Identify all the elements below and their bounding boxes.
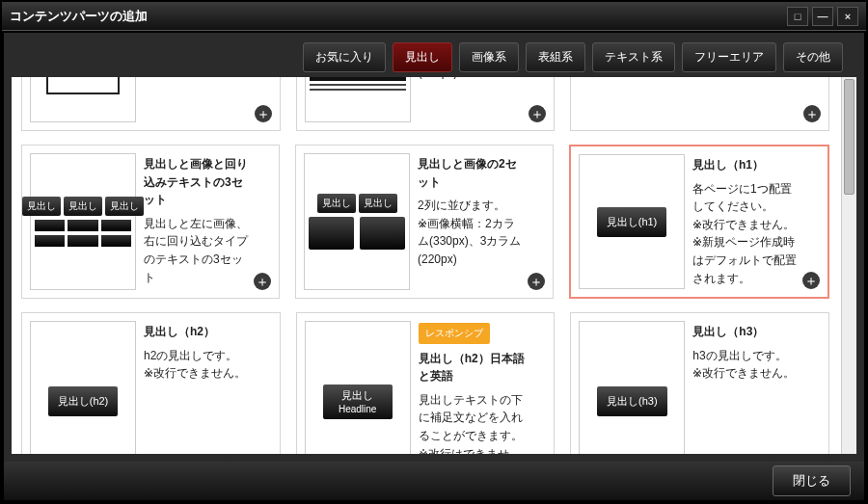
- part-card[interactable]: 見出し(h3) 見出し（h3） h3の見出しです。 ※改行できません。 ＋: [570, 312, 829, 454]
- card-thumbnail: 見出し(h1): [579, 154, 685, 289]
- card-body: 2列に並びます。 ※画像横幅：2カラム(330px)、3カラム(220px): [418, 197, 524, 268]
- card-body: h3の見出しです。 ※改行できません。: [692, 347, 800, 383]
- part-card[interactable]: 見出し(h2) 見出し（h2） h2の見出しです。 ※改行できません。 ＋: [21, 312, 281, 454]
- minimize-button[interactable]: —: [812, 7, 833, 26]
- part-card[interactable]: 見出し Headline レスポンシブ 見出し（h2）日本語と英語 見出しテキス…: [296, 312, 556, 454]
- card-title: 見出し（h2）日本語と英語: [419, 350, 526, 385]
- card-thumbnail: 見出し 見出し: [304, 153, 410, 290]
- card-thumbnail: [305, 77, 411, 122]
- dialog-body: お気に入り 見出し 画像系 表組系 テキスト系 フリーエリア その他 応していま…: [4, 33, 864, 462]
- card-thumbnail: [579, 77, 685, 122]
- window-title: コンテンツパーツの追加: [10, 8, 148, 25]
- responsive-badge: レスポンシブ: [419, 323, 490, 344]
- heading-preview: 見出し(h1): [597, 207, 667, 237]
- dialog-frame: コンテンツパーツの追加 □ — × お気に入り 見出し 画像系 表組系 テキスト…: [0, 0, 868, 504]
- part-card-selected[interactable]: 見出し(h1) 見出し（h1） 各ページに1つ配置してください。 ※改行できませ…: [569, 145, 829, 299]
- add-icon[interactable]: ＋: [803, 105, 821, 122]
- card-title: 見出し（h2）: [144, 323, 251, 341]
- heading-preview: 見出し(h2): [48, 386, 119, 416]
- tab-tables[interactable]: 表組系: [526, 42, 585, 72]
- tab-headings[interactable]: 見出し: [393, 42, 452, 72]
- card-body: 見出しテキストの下に補足文などを入れることができます。 ※改行はできません。: [419, 391, 526, 454]
- card-body: h2の見出しです。 ※改行できません。: [144, 347, 251, 383]
- close-window-button[interactable]: ×: [837, 7, 858, 26]
- card-title: 見出しと画像と回り込みテキストの3セット: [144, 155, 250, 209]
- card-body: 見出しと左に画像、右に回り込むタイプのテキストの3セット: [144, 215, 250, 286]
- add-icon[interactable]: ＋: [802, 272, 820, 289]
- category-tabs: お気に入り 見出し 画像系 表組系 テキスト系 フリーエリア その他: [303, 42, 843, 72]
- card-title: 見出し（h1）: [692, 156, 799, 174]
- parts-scrollpane: 応しています。 ＋ ※画像横幅：2カラム(330px)、3カラム(220px) …: [12, 77, 856, 454]
- tab-text[interactable]: テキスト系: [592, 42, 675, 72]
- part-card[interactable]: 見出し 見出し 見出し 見出しと画像と回り込みテキストの3セット 見出しと左に画…: [21, 145, 280, 299]
- dialog-footer: 閉じる: [4, 462, 864, 500]
- part-card[interactable]: ※画像横幅：2カラム(330px)、3カラム(220px) ＋: [296, 77, 556, 131]
- add-icon[interactable]: ＋: [254, 273, 271, 290]
- card-title: 見出しと画像の2セット: [418, 155, 524, 191]
- add-icon[interactable]: ＋: [529, 105, 546, 122]
- add-icon[interactable]: ＋: [528, 273, 545, 290]
- tab-other[interactable]: その他: [783, 42, 843, 72]
- scrollbar-thumb[interactable]: [844, 79, 854, 195]
- parts-row: 見出し 見出し 見出し 見出しと画像と回り込みテキストの3セット 見出しと左に画…: [21, 145, 829, 299]
- heading-preview: 見出し(h3): [597, 386, 667, 416]
- add-icon[interactable]: ＋: [255, 105, 272, 122]
- tab-favorites[interactable]: お気に入り: [303, 42, 386, 72]
- part-card[interactable]: 込むタイプのテキストの2セット ＋: [570, 77, 829, 131]
- card-body: ※画像横幅：2カラム(330px)、3カラム(220px): [419, 77, 526, 82]
- close-button[interactable]: 閉じる: [773, 465, 851, 496]
- card-thumbnail: [30, 77, 136, 122]
- card-thumbnail: 見出し Headline: [305, 321, 411, 454]
- part-card[interactable]: 見出し 見出し 見出しと画像の2セット 2列に並びます。 ※画像横幅：2カラム(…: [295, 145, 554, 299]
- title-bar: コンテンツパーツの追加 □ — ×: [2, 2, 866, 31]
- parts-grid: 応しています。 ＋ ※画像横幅：2カラム(330px)、3カラム(220px) …: [12, 77, 839, 454]
- parts-row: 見出し(h2) 見出し（h2） h2の見出しです。 ※改行できません。 ＋ 見出…: [21, 312, 829, 454]
- tab-freearea[interactable]: フリーエリア: [682, 42, 776, 72]
- card-thumbnail: 見出し 見出し 見出し: [30, 153, 136, 290]
- tab-images[interactable]: 画像系: [459, 42, 519, 72]
- card-title: 見出し（h3）: [692, 323, 800, 341]
- part-card[interactable]: 応しています。 ＋: [21, 77, 281, 131]
- card-thumbnail: 見出し(h3): [579, 321, 685, 454]
- maximize-button[interactable]: □: [787, 7, 808, 26]
- card-body: 各ページに1つ配置してください。 ※改行できません。 ※新規ページ作成時はデフォ…: [692, 180, 799, 288]
- parts-row: 応しています。 ＋ ※画像横幅：2カラム(330px)、3カラム(220px) …: [21, 77, 829, 131]
- heading-preview: 見出し Headline: [323, 385, 393, 418]
- vertical-scrollbar[interactable]: [841, 77, 856, 454]
- card-thumbnail: 見出し(h2): [30, 321, 136, 454]
